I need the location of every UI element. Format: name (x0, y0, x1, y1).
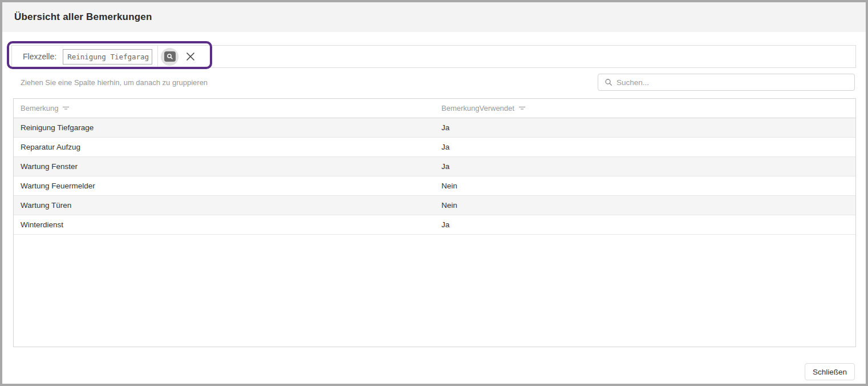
column-header-bemerkung[interactable]: Bemerkung (14, 104, 435, 112)
dialog-window: Übersicht aller Bemerkungen Flexzelle: (0, 0, 868, 386)
table-row[interactable]: Wartung Feuermelder Nein (14, 176, 855, 196)
table-row[interactable]: Wartung Türen Nein (14, 196, 855, 215)
column-header-bemerkungverwendet[interactable]: BemerkungVerwendet (435, 104, 855, 112)
flexzelle-label: Flexzelle: (23, 52, 56, 61)
filter-icon[interactable] (62, 106, 70, 111)
cell-verwendet: Nein (441, 182, 457, 190)
search-icon (605, 78, 613, 86)
cell-bemerkung: Reparatur Aufzug (21, 143, 80, 151)
grid-toprow: Ziehen Sie eine Spalte hierhin, um danac… (13, 74, 855, 91)
cell-bemerkung: Wartung Feuermelder (21, 182, 95, 190)
cell-bemerkung: Winterdienst (21, 220, 63, 229)
close-icon (185, 51, 196, 62)
dialog-header: Übersicht aller Bemerkungen (2, 2, 866, 32)
cell-verwendet: Ja (441, 220, 449, 229)
cell-bemerkung: Wartung Türen (21, 201, 71, 210)
grid-search-box[interactable] (598, 74, 855, 91)
close-dialog-button[interactable]: Schließen (805, 363, 855, 380)
page-title: Übersicht aller Bemerkungen (14, 11, 152, 23)
table-row[interactable]: Wartung Fenster Ja (14, 157, 855, 176)
table-row[interactable]: Reinigung Tiefgarage Ja (14, 118, 855, 138)
filter-icon[interactable] (518, 106, 526, 111)
table-row[interactable]: Winterdienst Ja (14, 215, 855, 235)
flexzelle-toolbar: Flexzelle: (11, 45, 856, 68)
cell-verwendet: Ja (441, 123, 449, 132)
magnifier-icon (164, 51, 176, 62)
cell-verwendet: Nein (441, 201, 457, 210)
grid-header-row: Bemerkung BemerkungVerwendet (14, 99, 855, 118)
group-panel[interactable]: Ziehen Sie eine Spalte hierhin, um danac… (13, 78, 208, 87)
remarks-grid: Bemerkung BemerkungVerwendet (13, 98, 856, 347)
cell-verwendet: Ja (441, 143, 449, 151)
flexzelle-input[interactable] (63, 49, 152, 65)
table-row[interactable]: Reparatur Aufzug Ja (14, 138, 855, 157)
cell-bemerkung: Reinigung Tiefgarage (21, 123, 94, 132)
dialog-footer: Schließen (2, 363, 855, 380)
cell-verwendet: Ja (441, 162, 449, 171)
clear-button[interactable] (182, 48, 199, 65)
grid-body: Reinigung Tiefgarage Ja Reparatur Aufzug… (14, 118, 855, 235)
search-button[interactable] (161, 48, 179, 66)
toolbar-divider (157, 45, 158, 68)
cell-bemerkung: Wartung Fenster (21, 162, 78, 171)
grid-search-input[interactable] (616, 75, 854, 90)
